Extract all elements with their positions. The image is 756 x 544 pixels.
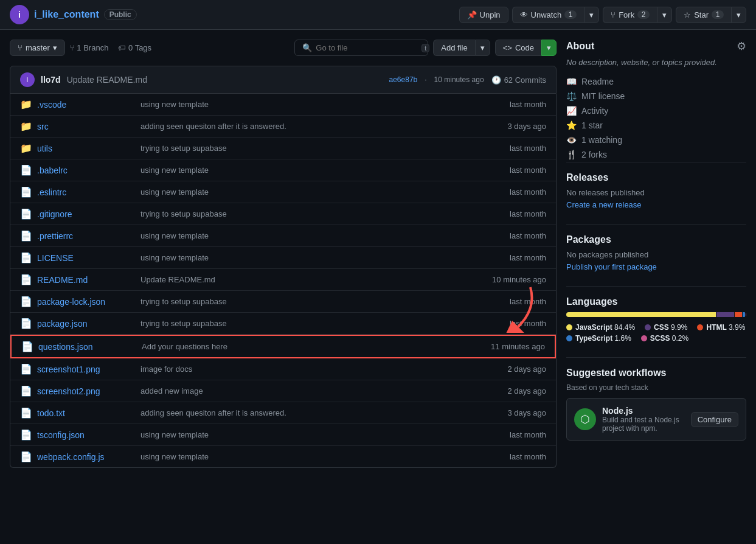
table-row[interactable]: 📄 package-lock.json trying to setup supa… <box>10 291 556 313</box>
file-search-box[interactable]: 🔍 t <box>294 40 428 56</box>
file-commit-msg: using new template <box>140 166 479 175</box>
fork-button[interactable]: ⑂ Fork 2 <box>603 7 657 23</box>
commit-row: l llo7d Update README.md ae6e87b · 10 mi… <box>10 66 557 94</box>
packages-section: Packages No packages published Publish y… <box>566 224 746 271</box>
table-row[interactable]: 📄 .babelrc using new template last month <box>10 159 556 181</box>
language-item: SCSS 0.2% <box>641 334 688 343</box>
unwatch-dropdown[interactable]: ▾ <box>584 7 599 23</box>
table-row[interactable]: 📁 utils trying to setup supabase last mo… <box>10 138 556 159</box>
file-icon: 📄 <box>20 451 31 462</box>
file-name[interactable]: webpack.config.js <box>37 452 134 462</box>
commits-link[interactable]: 🕐 62 Commits <box>491 75 546 85</box>
file-name[interactable]: .gitignore <box>37 209 134 219</box>
file-name[interactable]: .eslintrc <box>37 187 134 197</box>
code-button[interactable]: <> Code <box>495 40 541 56</box>
file-name[interactable]: .babelrc <box>37 166 134 175</box>
sidebar-link[interactable]: ⚖️MIT license <box>566 89 746 103</box>
branch-selector[interactable]: ⑂ master ▾ <box>10 40 65 56</box>
workflows-subtitle: Based on your tech stack <box>566 383 746 392</box>
link-label: 2 forks <box>581 150 607 159</box>
file-name[interactable]: screenshot1.png <box>37 364 134 374</box>
tags-link[interactable]: 🏷 0 Tags <box>118 43 151 52</box>
file-name[interactable]: .prettierrc <box>37 231 134 241</box>
search-input[interactable] <box>316 43 418 52</box>
language-bar-segment <box>716 312 734 317</box>
commit-hash[interactable]: ae6e87b <box>389 75 418 84</box>
star-icon: ☆ <box>684 10 691 19</box>
code-split: <> Code ▾ <box>495 40 557 56</box>
star-button[interactable]: ☆ Star 1 <box>676 7 731 23</box>
file-time: last month <box>485 231 546 240</box>
fork-dropdown[interactable]: ▾ <box>657 7 672 23</box>
file-icon: 📄 <box>20 363 31 375</box>
branch-bar: ⑂ master ▾ ⑂ 1 Branch 🏷 0 Tags 🔍 t <box>10 40 557 56</box>
file-name[interactable]: package-lock.json <box>37 297 134 307</box>
language-list: JavaScript 84.4% CSS 9.9% HTML 3.9% Type… <box>566 323 746 343</box>
table-row[interactable]: 📄 README.md Update README.md 10 minutes … <box>10 269 556 291</box>
file-name[interactable]: src <box>37 122 134 131</box>
workflow-desc: Build and test a Node.js project with np… <box>602 416 685 433</box>
file-icon: 📄 <box>20 208 31 220</box>
table-row[interactable]: 📄 .eslintrc using new template last mont… <box>10 181 556 203</box>
unpin-button[interactable]: 📌 Unpin <box>459 7 508 23</box>
file-name[interactable]: todo.txt <box>37 408 134 418</box>
file-name[interactable]: package.json <box>37 319 134 329</box>
sidebar: About ⚙ No description, website, or topi… <box>566 40 746 468</box>
table-row[interactable]: 📄 .gitignore trying to setup supabase la… <box>10 203 556 225</box>
sidebar-link[interactable]: 📈Activity <box>566 103 746 118</box>
file-icon: 📄 <box>20 252 31 263</box>
star-split: ☆ Star 1 ▾ <box>676 7 746 23</box>
table-row[interactable]: 📄 LICENSE using new template last month <box>10 247 556 269</box>
file-name[interactable]: README.md <box>37 275 134 285</box>
commit-user[interactable]: llo7d <box>41 75 61 85</box>
add-file-split: Add file ▾ <box>433 40 490 56</box>
releases-title: Releases <box>566 162 746 183</box>
packages-no-data: No packages published <box>566 250 746 259</box>
file-icon: 📄 <box>20 385 31 397</box>
branch-icon: ⑂ <box>18 43 23 52</box>
file-name[interactable]: tsconfig.json <box>37 430 134 440</box>
table-row[interactable]: 📄 webpack.config.js using new template l… <box>10 446 556 467</box>
sidebar-link[interactable]: ⭐1 star <box>566 118 746 133</box>
create-release-link[interactable]: Create a new release <box>566 200 642 209</box>
table-row[interactable]: 📄 todo.txt adding seen quesiton after it… <box>10 402 556 424</box>
table-row[interactable]: 📁 .vscode using new template last month <box>10 94 556 116</box>
file-name[interactable]: .vscode <box>37 100 134 110</box>
publish-package-link[interactable]: Publish your first package <box>566 262 657 271</box>
file-commit-msg: using new template <box>140 430 479 439</box>
link-label: 1 star <box>581 120 603 130</box>
unwatch-button[interactable]: 👁 Unwatch 1 <box>512 7 584 23</box>
sidebar-link[interactable]: 👁️1 watching <box>566 133 746 147</box>
settings-button[interactable]: ⚙ <box>737 40 746 53</box>
link-icon: ⚖️ <box>566 91 577 101</box>
table-row[interactable]: 📄 questions.json Add your questions here… <box>10 335 556 358</box>
configure-button[interactable]: Configure <box>691 412 738 427</box>
commit-avatar: l <box>20 72 35 87</box>
table-row[interactable]: 📁 src adding seen quesiton after it is a… <box>10 116 556 138</box>
add-file-button[interactable]: Add file <box>433 40 474 56</box>
file-name[interactable]: screenshot2.png <box>37 386 134 396</box>
languages-section: Languages JavaScript 84.4% CSS 9.9% HTML… <box>566 286 746 343</box>
code-dropdown[interactable]: ▾ <box>541 40 557 56</box>
table-row[interactable]: 📄 screenshot1.png image for docs 2 days … <box>10 358 556 380</box>
link-label: MIT license <box>581 91 625 101</box>
table-row[interactable]: 📄 tsconfig.json using new template last … <box>10 424 556 446</box>
language-name: CSS 9.9% <box>654 323 687 332</box>
about-header: About ⚙ <box>566 40 746 53</box>
branches-link[interactable]: ⑂ 1 Branch <box>70 43 109 52</box>
star-dropdown[interactable]: ▾ <box>731 7 746 23</box>
file-commit-msg: using new template <box>140 100 479 109</box>
sidebar-link[interactable]: 🍴2 forks <box>566 147 746 162</box>
table-row[interactable]: 📄 .prettierrc using new template last mo… <box>10 225 556 247</box>
commit-message[interactable]: Update README.md <box>67 75 147 85</box>
repo-name[interactable]: i_like_content <box>34 9 99 20</box>
file-time: last month <box>485 144 546 153</box>
add-file-dropdown[interactable]: ▾ <box>475 40 490 56</box>
table-row[interactable]: 📄 package.json trying to setup supabase … <box>10 313 556 335</box>
file-name[interactable]: LICENSE <box>37 253 134 263</box>
file-name[interactable]: utils <box>37 144 134 153</box>
table-row[interactable]: 📄 screenshot2.png added new image 2 days… <box>10 380 556 402</box>
file-time: last month <box>485 297 546 306</box>
sidebar-link[interactable]: 📖Readme <box>566 74 746 89</box>
file-name[interactable]: questions.json <box>38 342 136 352</box>
